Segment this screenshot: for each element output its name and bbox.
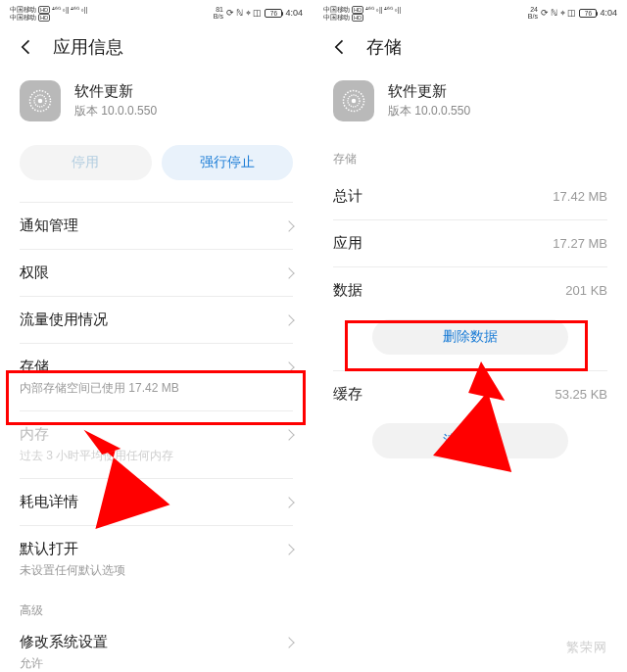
chevron-right-icon [283, 361, 294, 372]
chevron-right-icon [283, 220, 294, 231]
chevron-right-icon [283, 429, 294, 440]
svg-point-5 [352, 99, 357, 104]
header: 应用信息 [0, 22, 313, 76]
chevron-right-icon [283, 544, 294, 554]
header: 存储 [314, 22, 627, 76]
row-storage[interactable]: 存储 内部存储空间已使用 17.42 MB [0, 344, 313, 410]
row-default-open[interactable]: 默认打开 未设置任何默认选项 [0, 526, 313, 593]
phone-left: 中国移动 HD ⁴⁶ᴳ ⬨|| ⁴⁶ᴳ ⬨|| 中国移动 HD 81B/s ⟳ … [0, 0, 314, 672]
chevron-right-icon [283, 497, 294, 507]
row-total: 总计17.42 MB [314, 173, 627, 219]
page-title: 应用信息 [53, 35, 123, 59]
delete-data-button[interactable]: 删除数据 [372, 319, 568, 355]
watermark: 繁荣网 [566, 639, 607, 656]
svg-point-2 [38, 99, 43, 104]
back-icon[interactable] [16, 36, 37, 58]
row-permissions[interactable]: 权限 [0, 250, 313, 296]
section-storage: 存储 [314, 141, 627, 173]
gear-icon [333, 80, 374, 121]
page-title: 存储 [366, 35, 402, 59]
app-version: 版本 10.0.0.550 [388, 103, 470, 120]
section-advanced: 高级 [0, 593, 313, 625]
phone-right: 中国移动 HD ⁴⁶ᴳ ⬨|| ⁴⁶ᴳ ⬨|| 中国移动 HD 24B/s ⟳ … [314, 0, 627, 672]
row-modify-sub: 允许 [20, 655, 293, 672]
back-icon[interactable] [329, 36, 351, 58]
row-cache: 缓存53.25 KB [314, 371, 627, 417]
row-default-sub: 未设置任何默认选项 [20, 562, 293, 579]
app-version: 版本 10.0.0.550 [74, 103, 157, 120]
app-info-block: 软件更新 版本 10.0.0.550 [0, 76, 313, 141]
app-name: 软件更新 [388, 82, 470, 101]
status-bar: 中国移动 HD ⁴⁶ᴳ ⬨|| ⁴⁶ᴳ ⬨|| 中国移动 HD 81B/s ⟳ … [0, 0, 313, 22]
row-traffic[interactable]: 流量使用情况 [0, 297, 313, 343]
row-notifications[interactable]: 通知管理 [0, 203, 313, 249]
chevron-right-icon [283, 314, 294, 325]
status-bar: 中国移动 HD ⁴⁶ᴳ ⬨|| ⁴⁶ᴳ ⬨|| 中国移动 HD 24B/s ⟳ … [314, 0, 627, 22]
app-info-block: 软件更新 版本 10.0.0.550 [314, 76, 627, 141]
app-name: 软件更新 [74, 82, 157, 101]
chevron-right-icon [283, 267, 294, 278]
disable-button[interactable]: 停用 [20, 145, 152, 180]
row-memory-sub: 过去 3 小时平均使用任何内存 [20, 448, 293, 464]
gear-icon [20, 80, 61, 121]
row-memory: 内存 过去 3 小时平均使用任何内存 [0, 411, 313, 478]
clear-cache-button[interactable]: 清空缓存 [372, 423, 568, 458]
row-data: 数据201 KB [314, 267, 627, 313]
row-storage-sub: 内部存储空间已使用 17.42 MB [20, 380, 293, 397]
chevron-right-icon [283, 637, 294, 648]
row-app: 应用17.27 MB [314, 220, 627, 266]
row-modify-system[interactable]: 修改系统设置 允许 [0, 625, 313, 672]
force-stop-button[interactable]: 强行停止 [162, 145, 294, 180]
row-power[interactable]: 耗电详情 [0, 479, 313, 525]
